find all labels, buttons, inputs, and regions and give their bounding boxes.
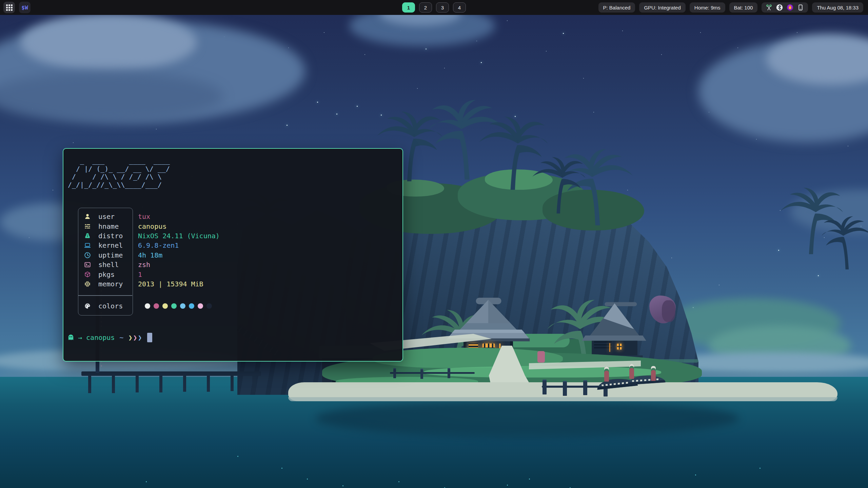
text-cursor bbox=[147, 333, 152, 342]
fetch-row: memory2013 | 15394 MiB bbox=[78, 279, 220, 289]
barrel bbox=[537, 351, 545, 363]
fetch-row: hnamecanopus bbox=[78, 221, 220, 231]
fetch-divider bbox=[78, 295, 132, 296]
fetch-label: pkgs bbox=[98, 270, 138, 279]
prompt-chevron: ❯ bbox=[133, 333, 138, 342]
palette-dot bbox=[189, 303, 194, 309]
status-pill[interactable]: P: Balanced bbox=[598, 2, 635, 13]
prompt-path: ~ bbox=[119, 333, 123, 342]
chip-icon bbox=[84, 281, 91, 287]
fetch-label: kernel bbox=[98, 241, 138, 249]
fetch-row: usertux bbox=[78, 212, 220, 221]
workspace-switcher: 1234 bbox=[402, 2, 466, 13]
clock-pill[interactable]: Thu Aug 08, 18:33 bbox=[812, 2, 863, 13]
bar-right-group: P: BalancedGPU: IntegratedHome: 9msBat: … bbox=[598, 2, 863, 13]
fetch-value: canopus bbox=[138, 222, 166, 230]
workspace-button-4[interactable]: 4 bbox=[453, 2, 466, 13]
shell-prompt[interactable]: → canopus ~ ❯❯❯ bbox=[67, 332, 152, 343]
fetch-label: shell bbox=[98, 261, 138, 269]
palette-dot bbox=[171, 303, 177, 309]
penguin-icon bbox=[84, 232, 91, 239]
palette-dot bbox=[180, 303, 185, 309]
phone-icon[interactable] bbox=[797, 4, 804, 11]
fetch-row: uptime4h 18m bbox=[78, 250, 220, 260]
fetch-row: pkgs1 bbox=[78, 269, 220, 279]
laptop-icon bbox=[84, 242, 91, 249]
logo-label: $W bbox=[21, 4, 28, 11]
package-icon bbox=[84, 271, 91, 278]
fetch-label: distro bbox=[98, 232, 138, 240]
palm-tree bbox=[529, 146, 587, 224]
scissors-icon[interactable] bbox=[766, 4, 772, 11]
statue-rock-shadow bbox=[662, 300, 675, 322]
status-pill-group: P: BalancedGPU: IntegratedHome: 9msBat: … bbox=[598, 2, 758, 13]
palette-dot bbox=[198, 303, 203, 309]
island-reflection bbox=[315, 400, 739, 437]
fetch-value: zsh bbox=[138, 261, 150, 269]
fetch-row: distroNixOS 24.11 (Vicuna) bbox=[78, 231, 220, 241]
palette-dot bbox=[145, 303, 150, 309]
fetch-label: user bbox=[98, 212, 138, 221]
prompt-chevron: ❯ bbox=[128, 333, 133, 342]
colors-label: colors bbox=[98, 302, 138, 310]
prompt-hostname: canopus bbox=[86, 333, 115, 342]
prompt-chevron: ❯ bbox=[138, 333, 142, 342]
fetch-value: 4h 18m bbox=[138, 251, 162, 259]
canoe-prow-post bbox=[604, 367, 609, 382]
fetch-value: NixOS 24.11 (Vicuna) bbox=[138, 232, 220, 240]
workspace-button-3[interactable]: 3 bbox=[436, 2, 449, 13]
palette-dot bbox=[154, 303, 159, 309]
fetch-label: uptime bbox=[98, 251, 138, 259]
fetch-label: memory bbox=[98, 280, 138, 288]
fetch-row: shellzsh bbox=[78, 260, 220, 269]
fetch-value: 2013 | 15394 MiB bbox=[138, 280, 203, 288]
canoe-prow-post bbox=[629, 364, 634, 379]
prompt-arrow: → bbox=[78, 333, 82, 342]
palette-dot bbox=[206, 303, 212, 309]
beach-waterline bbox=[288, 397, 837, 401]
fetch-row: kernel6.9.8-zen1 bbox=[78, 241, 220, 250]
fetch-label: hname bbox=[98, 222, 138, 230]
fetch-colors-row: colors bbox=[78, 299, 212, 313]
bar-left-group: $W bbox=[3, 2, 31, 13]
bluetooth-icon[interactable] bbox=[776, 4, 783, 11]
terminal-window[interactable]: _ ___ ____ ____ / |/ (_)_ __/ __ \/ __/ … bbox=[63, 148, 403, 362]
canoe-prow-post bbox=[651, 366, 656, 381]
prompt-chevrons: ❯❯❯ bbox=[128, 333, 142, 342]
ghost-icon bbox=[67, 334, 75, 341]
workspace-logo-button[interactable]: $W bbox=[19, 2, 31, 13]
terminal-palette-dots bbox=[145, 303, 212, 309]
workspace-button-1[interactable]: 1 bbox=[402, 2, 415, 13]
app-launcher-button[interactable] bbox=[3, 2, 15, 13]
cloud bbox=[20, 14, 197, 71]
status-pill[interactable]: Home: 9ms bbox=[690, 2, 725, 13]
terminal-icon bbox=[84, 261, 91, 268]
palette-icon bbox=[84, 303, 91, 309]
user-icon bbox=[84, 213, 91, 220]
palette-dot bbox=[162, 303, 168, 309]
workspace-button-2[interactable]: 2 bbox=[419, 2, 432, 13]
clock-icon bbox=[84, 252, 91, 259]
top-bar: $W 1234 P: BalancedGPU: IntegratedHome: … bbox=[0, 0, 868, 15]
nixos-ascii-logo: _ ___ ____ ____ / |/ (_)_ __/ __ \/ __/ … bbox=[68, 157, 170, 189]
app-grid-icon bbox=[6, 4, 13, 11]
fetch-value: 1 bbox=[138, 270, 142, 279]
system-tray bbox=[762, 2, 808, 13]
list-icon bbox=[84, 223, 91, 230]
status-pill[interactable]: Bat: 100 bbox=[729, 2, 758, 13]
fetch-value: tux bbox=[138, 212, 150, 221]
fetch-info-table: usertuxhnamecanopusdistroNixOS 24.11 (Vi… bbox=[78, 212, 220, 289]
palm-tree bbox=[821, 207, 868, 278]
status-pill[interactable]: GPU: Integrated bbox=[639, 2, 685, 13]
flameshot-icon[interactable] bbox=[787, 4, 793, 11]
clock-label: Thu Aug 08, 18:33 bbox=[817, 5, 859, 11]
fetch-value: 6.9.8-zen1 bbox=[138, 241, 179, 249]
